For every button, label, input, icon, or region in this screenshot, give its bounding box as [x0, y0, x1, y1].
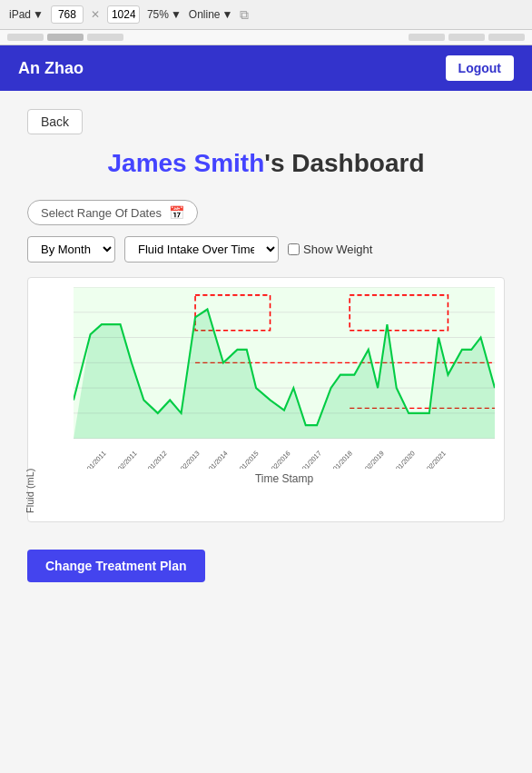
connection-chevron-icon: ▼ [222, 8, 233, 21]
height-input[interactable] [107, 5, 140, 24]
svg-text:01/2010: 01/2010 [74, 449, 74, 469]
date-range-button[interactable]: Select Range Of Dates 📅 [27, 200, 198, 225]
logout-button[interactable]: Logout [446, 55, 514, 81]
tab-3[interactable] [87, 34, 123, 41]
svg-text:01/2018: 01/2018 [331, 449, 354, 469]
back-button[interactable]: Back [27, 109, 83, 134]
show-weight-checkbox[interactable] [288, 243, 300, 255]
zoom-selector[interactable]: 75% ▼ [147, 8, 182, 21]
connection-selector[interactable]: Online ▼ [189, 8, 233, 21]
svg-text:02/2019: 02/2019 [363, 449, 386, 469]
chart-controls-row: By Month By Day By Year Fluid Intake Ove… [27, 236, 505, 263]
show-weight-label: Show Weight [288, 243, 372, 256]
y-axis-label: Fluid (mL) [25, 400, 35, 581]
time-period-select[interactable]: By Month By Day By Year [27, 236, 115, 263]
svg-text:01/2014: 01/2014 [207, 449, 230, 469]
dashboard-title: James Smith's Dashboard [27, 149, 505, 178]
tab-bar [0, 30, 532, 45]
date-range-row: Select Range Of Dates 📅 [27, 200, 505, 225]
chart-container: Fluid (mL) 140 130 120 110 [27, 277, 505, 522]
tab-2[interactable] [47, 34, 84, 41]
tab-6[interactable] [488, 34, 525, 41]
svg-text:01/2011: 01/2011 [85, 449, 108, 469]
chart-type-select[interactable]: Fluid Intake Over Time Weight Over Time [124, 236, 279, 263]
width-input[interactable] [51, 5, 84, 24]
calendar-icon: 📅 [169, 205, 184, 220]
patient-name: James Smith [107, 149, 264, 177]
tab-5[interactable] [448, 34, 485, 41]
device-selector[interactable]: iPad ▼ [9, 8, 44, 21]
date-range-label: Select Range Of Dates [41, 206, 162, 220]
svg-text:02/2021: 02/2021 [425, 449, 448, 469]
dashboard-title-suffix: 's Dashboard [264, 149, 424, 177]
header-username: An Zhao [18, 59, 84, 78]
tab-1[interactable] [7, 34, 44, 41]
change-treatment-plan-button[interactable]: Change Treatment Plan [27, 550, 205, 582]
svg-text:01/2015: 01/2015 [238, 449, 261, 469]
page-wrapper: An Zhao Logout Back James Smith's Dashbo… [0, 45, 532, 773]
no-entry-icon: ⧉ [240, 7, 249, 23]
x-axis-label: Time Stamp [74, 472, 495, 485]
svg-text:01/2017: 01/2017 [300, 449, 323, 469]
zoom-chevron-icon: ▼ [171, 8, 182, 21]
svg-text:01/2020: 01/2020 [394, 449, 417, 469]
app-header: An Zhao Logout [0, 45, 532, 91]
browser-toolbar: iPad ▼ ✕ 75% ▼ Online ▼ ⧉ [0, 0, 532, 30]
svg-text:02/2011: 02/2011 [116, 449, 139, 469]
main-content: Back James Smith's Dashboard Select Rang… [0, 91, 532, 600]
fluid-chart: 140 130 120 110 100 90 80 [74, 287, 495, 469]
svg-text:01/2012: 01/2012 [146, 449, 169, 469]
dimension-separator: ✕ [91, 8, 100, 21]
show-weight-text: Show Weight [303, 243, 372, 256]
tab-4[interactable] [409, 34, 445, 41]
device-chevron-icon: ▼ [33, 8, 44, 21]
svg-text:02/2016: 02/2016 [270, 449, 292, 469]
svg-text:02/2013: 02/2013 [179, 449, 202, 469]
